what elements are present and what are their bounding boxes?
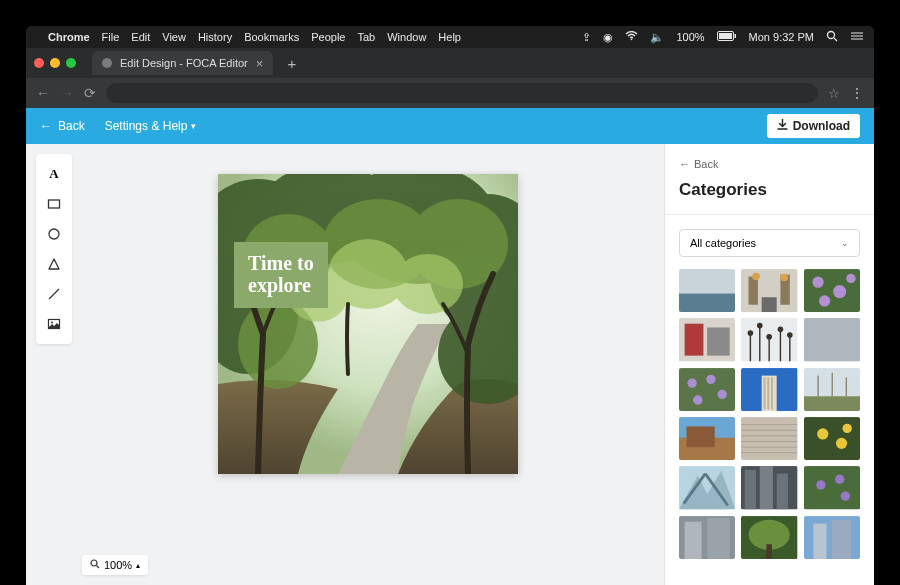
thumbnail[interactable] [804,466,860,509]
thumbnail[interactable] [679,318,735,361]
canvas-text-label[interactable]: Time to explore [234,242,328,308]
browser-menu-button[interactable]: ⋮ [850,85,864,101]
thumbnail[interactable] [804,516,860,559]
svg-rect-59 [679,368,735,411]
panel-divider [665,214,874,215]
svg-rect-100 [685,521,702,559]
panel-back-button[interactable]: ← Back [679,158,860,170]
chevron-down-icon: ▾ [191,121,196,131]
window-controls [34,58,76,68]
menubar-item-people[interactable]: People [311,31,345,43]
thumbnail[interactable] [679,368,735,411]
menubar-item-edit[interactable]: Edit [131,31,150,43]
category-select[interactable]: All categories ⌄ [679,229,860,257]
svg-rect-44 [685,324,704,356]
window-maximize-button[interactable] [66,58,76,68]
dropbox-icon[interactable]: ⇪ [582,31,591,44]
rectangle-tool[interactable] [39,190,69,218]
zoom-control[interactable]: 100% ▴ [82,555,148,575]
thumbnail[interactable] [679,269,735,312]
svg-rect-68 [771,377,773,409]
magnifier-icon [90,559,100,571]
menubar-item-tab[interactable]: Tab [357,31,375,43]
menubar-item-history[interactable]: History [198,31,232,43]
chevron-down-icon: ⌄ [841,238,849,248]
spotlight-icon[interactable] [826,30,838,44]
tab-close-icon[interactable]: × [256,56,264,71]
svg-point-0 [631,39,633,41]
menubar-item-view[interactable]: View [162,31,186,43]
svg-point-13 [51,322,53,324]
triangle-tool[interactable] [39,250,69,278]
svg-point-37 [781,274,789,282]
thumbnail[interactable] [741,417,797,460]
svg-point-97 [835,475,844,484]
thumbnail[interactable] [804,417,860,460]
thumbnail[interactable] [679,516,735,559]
settings-help-button[interactable]: Settings & Help ▾ [105,119,197,133]
menubar-item-bookmarks[interactable]: Bookmarks [244,31,299,43]
battery-icon[interactable] [717,31,737,43]
bookmark-star-icon[interactable]: ☆ [828,86,840,101]
control-center-icon[interactable] [850,31,864,43]
new-tab-button[interactable]: + [281,55,302,72]
svg-rect-45 [707,328,730,356]
browser-tab[interactable]: Edit Design - FOCA Editor × [92,51,273,75]
browser-url-input[interactable] [106,83,818,103]
line-tool[interactable] [39,280,69,308]
svg-point-41 [846,274,855,283]
wifi-icon[interactable] [625,31,638,43]
svg-rect-77 [741,417,797,460]
app-back-button[interactable]: ← Back [40,119,85,133]
svg-point-63 [693,395,702,404]
svg-rect-92 [745,470,756,509]
thumbnail[interactable] [679,417,735,460]
browser-back-button[interactable]: ← [36,85,50,101]
svg-rect-2 [734,34,736,38]
browser-forward-button[interactable]: → [60,85,74,101]
text-tool[interactable]: A [39,160,69,188]
design-canvas[interactable]: Time to explore [218,174,518,474]
menubar-item-window[interactable]: Window [387,31,426,43]
thumbnail[interactable] [804,269,860,312]
thumbnail[interactable] [741,516,797,559]
svg-point-4 [828,32,835,39]
thumbnail-grid [679,269,860,567]
svg-point-36 [753,273,761,281]
svg-rect-33 [749,277,758,305]
download-button[interactable]: Download [767,114,860,138]
svg-rect-94 [777,474,788,510]
browser-addressbar: ← → ⟳ ☆ ⋮ [26,78,874,108]
thumbnail[interactable] [741,269,797,312]
panel-back-label: Back [694,158,718,170]
arrow-left-icon: ← [679,158,690,170]
svg-point-98 [840,492,849,501]
menubar-item-file[interactable]: File [102,31,120,43]
eye-icon[interactable]: ◉ [603,31,613,44]
svg-point-60 [687,378,696,387]
menubar-item-help[interactable]: Help [438,31,461,43]
svg-point-87 [842,424,851,433]
thumbnail[interactable] [804,368,860,411]
chevron-up-icon: ▴ [136,561,140,570]
svg-point-62 [717,389,726,398]
thumbnail[interactable] [741,318,797,361]
thumbnail[interactable] [741,368,797,411]
svg-rect-76 [687,426,715,447]
clock[interactable]: Mon 9:32 PM [749,31,814,43]
canvas-text-line2: explore [248,274,314,296]
thumbnail[interactable] [741,466,797,509]
tool-sidebar: A [36,154,72,344]
window-minimize-button[interactable] [50,58,60,68]
volume-icon[interactable]: 🔈 [650,31,664,44]
window-close-button[interactable] [34,58,44,68]
browser-reload-button[interactable]: ⟳ [84,85,96,101]
image-tool[interactable] [39,310,69,338]
thumbnail[interactable] [804,318,860,361]
thumbnail[interactable] [679,466,735,509]
ellipse-tool[interactable] [39,220,69,248]
menubar-app-name[interactable]: Chrome [48,31,90,43]
canvas-area[interactable]: Time to explore 100% ▴ [72,144,664,585]
svg-rect-3 [719,33,732,39]
svg-point-39 [812,277,823,288]
